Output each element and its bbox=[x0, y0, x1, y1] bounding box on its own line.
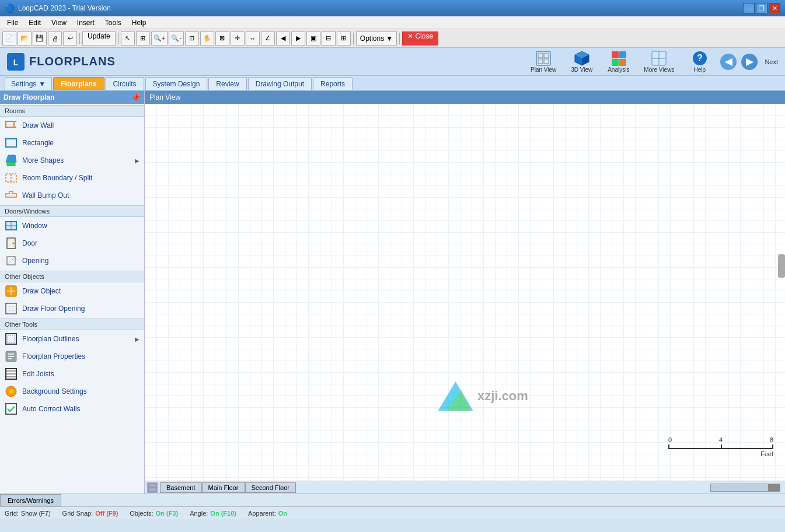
settings-tab[interactable]: Settings ▼ bbox=[5, 77, 52, 90]
svg-rect-19 bbox=[6, 121, 14, 127]
scale-label: Feet bbox=[760, 450, 773, 457]
item-floorplan-properties[interactable]: Floorplan Properties bbox=[0, 348, 144, 365]
toolbar-prev-view[interactable]: ◀ bbox=[276, 32, 290, 46]
status-angle: Angle: On (F10) bbox=[190, 510, 236, 517]
item-more-shapes[interactable]: More Shapes ▶ bbox=[0, 152, 144, 169]
toolbar-crosshair[interactable]: ✛ bbox=[231, 32, 245, 46]
item-auto-correct-walls[interactable]: Auto Correct Walls bbox=[0, 400, 144, 418]
toolbar-print[interactable]: 🖨 bbox=[48, 32, 62, 46]
auto-correct-walls-label: Auto Correct Walls bbox=[22, 405, 139, 413]
menu-insert[interactable]: Insert bbox=[72, 18, 99, 28]
section-other-objects: Other Objects bbox=[0, 271, 144, 282]
toolbar-zoom-out[interactable]: 🔍- bbox=[169, 32, 184, 46]
toolbar-pointer[interactable]: ↖ bbox=[121, 32, 135, 46]
toolbar-zoom-window[interactable]: ⊡ bbox=[185, 32, 199, 46]
nav-tabs: Settings ▼ Floorplans Circuits System De… bbox=[0, 76, 785, 91]
status-grid-snap: Grid Snap: Off (F9) bbox=[62, 510, 118, 517]
toolbar-pan[interactable]: ✋ bbox=[200, 32, 214, 46]
toolbar: 📄 📂 💾 🖨 ↩ Update ↖ ⊞ 🔍+ 🔍- ⊡ ✋ ⊠ ✛ ↔ ∠ ◀… bbox=[0, 29, 785, 48]
errors-warnings-tab[interactable]: Errors/Warnings bbox=[0, 494, 61, 506]
svg-text:L: L bbox=[13, 58, 19, 67]
analysis-button[interactable]: Analysis bbox=[602, 48, 634, 75]
menu-file[interactable]: File bbox=[2, 18, 23, 28]
toolbar-undo[interactable]: ↩ bbox=[63, 32, 77, 46]
toolbar-view-opt[interactable]: ⊞ bbox=[337, 32, 351, 46]
logo-icon: L bbox=[7, 53, 25, 71]
left-panel: Draw Floorplan 📌 Rooms Draw Wall Rectang… bbox=[0, 91, 145, 494]
forward-button[interactable]: ▶ bbox=[741, 54, 758, 70]
help-button[interactable]: ? Help bbox=[683, 48, 716, 75]
toolbar-view-sq2[interactable]: ⊟ bbox=[322, 32, 336, 46]
toolbar-options-btn[interactable]: Options ▼ bbox=[356, 32, 397, 46]
tab-floorplans[interactable]: Floorplans bbox=[53, 77, 104, 90]
scale-bar: 0 4 8 Feet bbox=[668, 436, 773, 457]
plan-view-button[interactable]: Plan View bbox=[526, 48, 561, 75]
menu-edit[interactable]: Edit bbox=[24, 18, 46, 28]
restore-button[interactable]: ❐ bbox=[756, 3, 767, 13]
menu-bar: File Edit View Insert Tools Help bbox=[0, 16, 785, 29]
toolbar-zoom-extent[interactable]: ⊞ bbox=[136, 32, 150, 46]
help-icon: ? bbox=[692, 50, 708, 66]
toolbar-distance[interactable]: ↔ bbox=[246, 32, 260, 46]
status-grid: Grid: Show (F7) bbox=[5, 510, 51, 517]
menu-help[interactable]: Help bbox=[127, 18, 151, 28]
toolbar-open[interactable]: 📂 bbox=[18, 32, 32, 46]
section-doors-windows: Doors/Windows bbox=[0, 205, 144, 217]
toolbar-zoom-in[interactable]: 🔍+ bbox=[151, 32, 168, 46]
more-views-button[interactable]: More Views bbox=[639, 48, 679, 75]
svg-rect-11 bbox=[619, 51, 626, 58]
toolbar-close-btn[interactable]: ✕ Close bbox=[402, 32, 438, 46]
item-room-boundary[interactable]: Room Boundary / Split bbox=[0, 169, 144, 187]
svg-text:?: ? bbox=[697, 53, 703, 63]
tab-drawing-output[interactable]: Drawing Output bbox=[248, 77, 312, 90]
item-wall-bump-out[interactable]: Wall Bump Out bbox=[0, 187, 144, 204]
item-draw-wall[interactable]: Draw Wall bbox=[0, 117, 144, 134]
item-floorplan-outlines[interactable]: Floorplan Outlines ▶ bbox=[0, 330, 144, 348]
item-edit-joists[interactable]: Edit Joists bbox=[0, 365, 144, 383]
floor-tab-main-floor[interactable]: Main Floor bbox=[202, 482, 245, 493]
tab-system-design[interactable]: System Design bbox=[145, 77, 208, 90]
floor-tab-basement[interactable]: Basement bbox=[160, 482, 202, 493]
toolbar-sep2 bbox=[118, 33, 118, 44]
floor-scrollbar[interactable] bbox=[710, 484, 780, 492]
options-label: Options bbox=[360, 34, 384, 43]
3d-view-button[interactable]: 3D View bbox=[566, 48, 598, 75]
toolbar-next-view[interactable]: ▶ bbox=[291, 32, 305, 46]
toolbar-new[interactable]: 📄 bbox=[2, 32, 16, 46]
scroll-handle[interactable] bbox=[778, 254, 785, 278]
toolbar-fit[interactable]: ⊠ bbox=[215, 32, 229, 46]
svg-rect-12 bbox=[612, 59, 619, 66]
app-name: LoopCAD 2023 - Trial Version bbox=[18, 4, 111, 12]
back-button[interactable]: ◀ bbox=[720, 54, 737, 70]
menu-tools[interactable]: Tools bbox=[100, 18, 126, 28]
toolbar-angle[interactable]: ∠ bbox=[261, 32, 275, 46]
tab-circuits[interactable]: Circuits bbox=[106, 77, 144, 90]
toolbar-view-sq1[interactable]: ▣ bbox=[306, 32, 320, 46]
minimize-button[interactable]: — bbox=[743, 3, 755, 13]
auto-correct-walls-icon bbox=[5, 402, 18, 415]
item-background-settings[interactable]: Background Settings bbox=[0, 383, 144, 400]
room-boundary-icon bbox=[5, 172, 18, 184]
section-other-tools: Other Tools bbox=[0, 318, 144, 330]
app-icon: 🔵 bbox=[5, 4, 15, 13]
item-draw-object[interactable]: Draw Object bbox=[0, 282, 144, 300]
item-rectangle[interactable]: Rectangle bbox=[0, 134, 144, 152]
item-window[interactable]: Window bbox=[0, 217, 144, 235]
svg-rect-22 bbox=[6, 139, 16, 147]
canvas-area[interactable]: xzji.com 0 4 8 Feet bbox=[145, 104, 785, 481]
item-opening[interactable]: Opening bbox=[0, 252, 144, 270]
item-door[interactable]: Door bbox=[0, 235, 144, 252]
item-draw-floor-opening[interactable]: Draw Floor Opening bbox=[0, 300, 144, 317]
toolbar-update[interactable]: Update bbox=[82, 32, 116, 46]
floor-tab-second-floor[interactable]: Second Floor bbox=[245, 482, 296, 493]
close-button[interactable]: ✕ bbox=[769, 3, 780, 13]
door-label: Door bbox=[22, 239, 139, 247]
3d-view-icon bbox=[574, 50, 590, 66]
floorplan-outlines-label: Floorplan Outlines bbox=[22, 335, 130, 343]
toolbar-save[interactable]: 💾 bbox=[33, 32, 47, 46]
panel-pin[interactable]: 📌 bbox=[131, 93, 141, 102]
svg-point-31 bbox=[13, 243, 15, 244]
menu-view[interactable]: View bbox=[47, 18, 71, 28]
tab-review[interactable]: Review bbox=[208, 77, 246, 90]
tab-reports[interactable]: Reports bbox=[313, 77, 353, 90]
